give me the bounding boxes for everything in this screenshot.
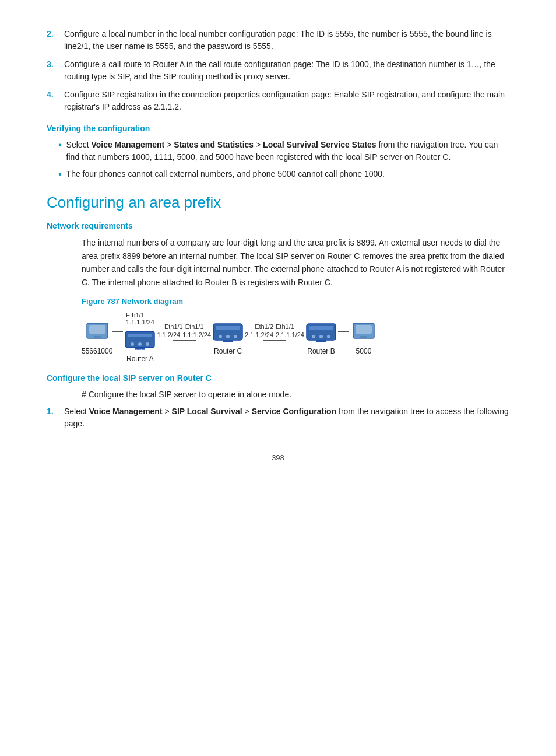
bullet-icon-1: • <box>58 139 62 152</box>
phone-right-label: 5000 <box>356 347 372 355</box>
verifying-bullet-2: • The four phones cannot call external n… <box>58 168 509 181</box>
phone-right-icon <box>349 319 379 345</box>
bullet-icon-2: • <box>58 168 62 181</box>
router-b-label: Router B <box>307 347 335 355</box>
item-4-content: Configure SIP registration in the connec… <box>64 89 509 113</box>
bold-local-survival: Local Survival Service States <box>263 140 376 149</box>
chapter-title: Configuring an area prefix <box>47 194 509 212</box>
list-item-2: 2. Configure a local number in the local… <box>47 28 509 52</box>
bold-sip-local-survival: SIP Local Survival <box>172 407 242 416</box>
svg-rect-1 <box>89 326 105 334</box>
eth-a-right-ip: 1.1.2/24 <box>157 331 180 338</box>
svg-text:ROUTER: ROUTER <box>220 341 235 345</box>
top-numbered-list: 2. Configure a local number in the local… <box>47 28 509 113</box>
svg-text:ROUTER: ROUTER <box>314 341 329 345</box>
eth-b-left-ip: 2.1.1.1/24 <box>276 331 304 338</box>
verifying-section: Verifying the configuration • Select Voi… <box>47 124 509 181</box>
phone-left-label: 55661000 <box>82 347 112 355</box>
svg-point-5 <box>131 342 134 346</box>
verifying-bullet-1-content: Select Voice Management > States and Sta… <box>66 139 509 163</box>
eth-c-right-ip: 2.1.1.2/24 <box>245 331 273 338</box>
svg-rect-4 <box>128 334 152 337</box>
eth-b-left-label: Eth1/1 <box>276 323 294 330</box>
router-b-icon: ROUTER <box>305 319 337 345</box>
list-item-4: 4. Configure SIP registration in the con… <box>47 89 509 113</box>
svg-text:ROUTER: ROUTER <box>133 349 148 352</box>
line-2 <box>173 340 196 341</box>
svg-point-14 <box>234 335 237 338</box>
item-4-num: 4. <box>47 89 64 113</box>
device-router-c: ROUTER Router C <box>212 319 244 355</box>
item-2-num: 2. <box>47 28 64 52</box>
item-2-content: Configure a local number in the local nu… <box>64 28 509 52</box>
verifying-bullet-1: • Select Voice Management > States and S… <box>58 139 509 163</box>
configure-sip-heading: Configure the local SIP server on Router… <box>47 373 509 383</box>
eth-c-left-label: Eth1/1 <box>185 323 204 330</box>
bold-voice-mgmt-2: Voice Management <box>89 407 163 416</box>
svg-point-13 <box>226 335 230 338</box>
svg-rect-26 <box>360 336 367 338</box>
svg-point-6 <box>138 342 142 346</box>
configure-sip-comment: # Configure the local SIP server to oper… <box>82 388 509 401</box>
device-phone-left: 55661000 <box>82 319 112 355</box>
svg-rect-11 <box>216 326 240 330</box>
item-3-num: 3. <box>47 58 64 83</box>
device-router-a: Eth1/1 1.1.1.1/24 ROUTER <box>124 312 156 363</box>
device-phone-right: 5000 <box>349 319 379 355</box>
eth-c-right-label: Eth1/2 <box>255 323 273 330</box>
configure-sip-section: Configure the local SIP server on Router… <box>47 373 509 430</box>
line-4 <box>338 331 349 332</box>
configure-sip-step-1: 1. Select Voice Management > SIP Local S… <box>47 405 509 430</box>
device-router-b: ROUTER Router B <box>305 319 337 355</box>
network-requirements-section: Network requirements The internal number… <box>47 221 509 363</box>
svg-point-12 <box>219 335 222 338</box>
list-item-3: 3. Configure a call route to Router A in… <box>47 58 509 83</box>
phone-left-icon <box>82 319 112 345</box>
bold-service-config: Service Configuration <box>252 407 336 416</box>
step-1-num: 1. <box>47 405 64 430</box>
verifying-bullet-2-content: The four phones cannot call external num… <box>66 168 509 180</box>
page-number: 398 <box>47 453 509 462</box>
router-a-eth-top-label: Eth1/1 <box>126 312 145 318</box>
page-content: 2. Configure a local number in the local… <box>0 0 556 497</box>
bold-states-stats: States and Statistics <box>174 140 254 149</box>
network-diagram-container: 55661000 Eth1/1 1.1.1.1/24 <box>82 312 509 363</box>
item-3-content: Configure a call route to Router A in th… <box>64 58 509 83</box>
verifying-heading: Verifying the configuration <box>47 124 509 133</box>
svg-point-19 <box>312 335 315 338</box>
network-diagram: 55661000 Eth1/1 1.1.1.1/24 <box>82 312 509 363</box>
router-c-icon: ROUTER <box>212 319 244 345</box>
eth-c-left-ip: 1.1.1.2/24 <box>182 331 211 338</box>
svg-rect-18 <box>309 326 333 330</box>
step-1-content: Select Voice Management > SIP Local Surv… <box>64 405 509 430</box>
bold-voice-mgmt-1: Voice Management <box>91 140 164 149</box>
eth-a-right-label: Eth1/1 <box>164 323 183 330</box>
svg-point-7 <box>146 342 149 346</box>
line-1 <box>112 331 123 332</box>
router-a-label: Router A <box>126 355 154 363</box>
figure-label: Figure 787 Network diagram <box>82 297 509 306</box>
router-c-label: Router C <box>214 347 242 355</box>
svg-rect-2 <box>94 336 101 338</box>
router-a-icon: ROUTER <box>124 327 156 352</box>
svg-rect-25 <box>356 326 372 334</box>
network-requirements-heading: Network requirements <box>47 221 509 230</box>
network-requirements-body: The internal numbers of a company are fo… <box>82 236 509 289</box>
svg-point-21 <box>327 335 330 338</box>
svg-point-20 <box>319 335 323 338</box>
line-3 <box>263 340 286 341</box>
router-a-eth-ip-top: 1.1.1.1/24 <box>126 318 154 326</box>
verifying-bullets: • Select Voice Management > States and S… <box>58 139 509 181</box>
configure-sip-steps: 1. Select Voice Management > SIP Local S… <box>47 405 509 430</box>
